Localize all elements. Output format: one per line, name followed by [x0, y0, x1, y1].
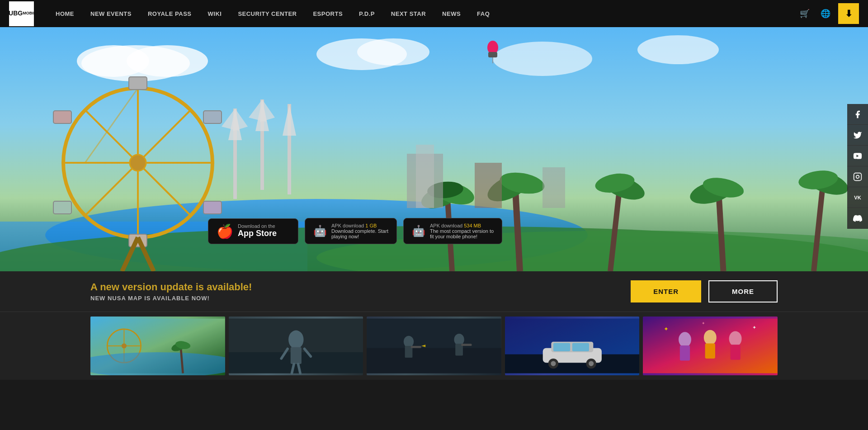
cart-icon[interactable]: 🛒 [797, 5, 813, 22]
download-button[interactable]: ⬇ [838, 3, 859, 24]
news-subtitle: NEW NUSA MAP IS AVAILABLE NOW! [90, 295, 252, 302]
nav-links: HOMENEW EVENTSROYALE PASSWIKISECURITY CE… [47, 0, 797, 27]
apk-534mb-small: APK download 534 MB [430, 223, 494, 228]
brand-sub: MOBILE [23, 11, 38, 16]
navbar: PUBG MOBILE HOMENEW EVENTSROYALE PASSWIK… [0, 0, 868, 27]
nav-link-wiki[interactable]: WIKI [200, 0, 230, 27]
news-actions: ENTER MORE [631, 280, 778, 302]
nav-link-faq[interactable]: FAQ [469, 0, 498, 27]
nav-link-security-center[interactable]: SECURITY CENTER [230, 0, 305, 27]
nav-link-pdp[interactable]: P.D.P [351, 0, 383, 27]
thumbnails-row: ✦ ✦ ✦ [0, 312, 868, 380]
hero-download-buttons: 🍎 Download on the App Store 🤖 APK downlo… [208, 218, 502, 244]
apk-1gb-sub2: playing now! [331, 234, 388, 239]
nav-link-esports[interactable]: ESPORTS [305, 0, 351, 27]
thumbnail-4[interactable] [505, 317, 640, 375]
thumbnail-5[interactable]: ✦ ✦ ✦ [643, 317, 778, 375]
apk-534mb-size: 534 MB [464, 223, 481, 228]
apk-534mb-sub2: fit your mobile phone! [430, 234, 494, 239]
thumbnail-1[interactable] [90, 317, 225, 375]
appstore-button[interactable]: 🍎 Download on the App Store [208, 218, 298, 244]
android-icon-1: 🤖 [313, 225, 327, 237]
svg-rect-60 [854, 173, 862, 180]
hero-section: 🍎 Download on the App Store 🤖 APK downlo… [0, 27, 868, 271]
logo[interactable]: PUBG MOBILE [9, 1, 34, 26]
apk-534mb-text: APK download 534 MB The most compact ver… [430, 223, 494, 239]
social-sidebar: VK [847, 104, 868, 229]
more-button[interactable]: MORE [708, 280, 778, 302]
news-banner: A new version update is available! NEW N… [0, 271, 868, 312]
brand-name: PUBG [5, 10, 23, 17]
enter-button[interactable]: ENTER [631, 280, 701, 302]
appstore-big-label: App Store [238, 229, 277, 239]
apk-1gb-text: APK download 1 GB Download complete. Sta… [331, 223, 388, 239]
appstore-small-label: Download on the [238, 223, 277, 229]
thumbnail-3[interactable] [367, 317, 501, 375]
apk-1gb-size: 1 GB [365, 223, 377, 228]
apk-1gb-sub1: Download complete. Start [331, 228, 388, 234]
apk-534mb-button[interactable]: 🤖 APK download 534 MB The most compact v… [403, 218, 502, 244]
apple-icon: 🍎 [217, 223, 233, 239]
apk-1gb-button[interactable]: 🤖 APK download 1 GB Download complete. S… [305, 218, 397, 244]
nav-link-next-star[interactable]: NEXT STAR [383, 0, 434, 27]
nav-link-news[interactable]: NEWS [434, 0, 469, 27]
facebook-button[interactable] [847, 104, 868, 125]
android-icon-2: 🤖 [412, 225, 425, 237]
news-update-text: A new version update is available! [90, 281, 252, 293]
twitter-button[interactable] [847, 125, 868, 146]
apk-1gb-small: APK download 1 GB [331, 223, 388, 228]
news-section: A new version update is available! NEW N… [0, 271, 868, 380]
apk-534mb-sub1: The most compact version to [430, 228, 494, 234]
youtube-button[interactable] [847, 146, 868, 166]
nav-link-home[interactable]: HOME [47, 0, 82, 27]
discord-button[interactable] [847, 208, 868, 229]
instagram-button[interactable] [847, 166, 868, 187]
thumbnail-2[interactable] [229, 317, 363, 375]
globe-icon[interactable]: 🌐 [817, 5, 834, 22]
nav-link-new-events[interactable]: NEW EVENTS [82, 0, 140, 27]
nav-link-royale-pass[interactable]: ROYALE PASS [140, 0, 200, 27]
nav-right: 🛒 🌐 ⬇ [797, 3, 859, 24]
appstore-text: Download on the App Store [238, 223, 277, 239]
news-text: A new version update is available! NEW N… [90, 281, 252, 302]
vk-button[interactable]: VK [847, 187, 868, 208]
